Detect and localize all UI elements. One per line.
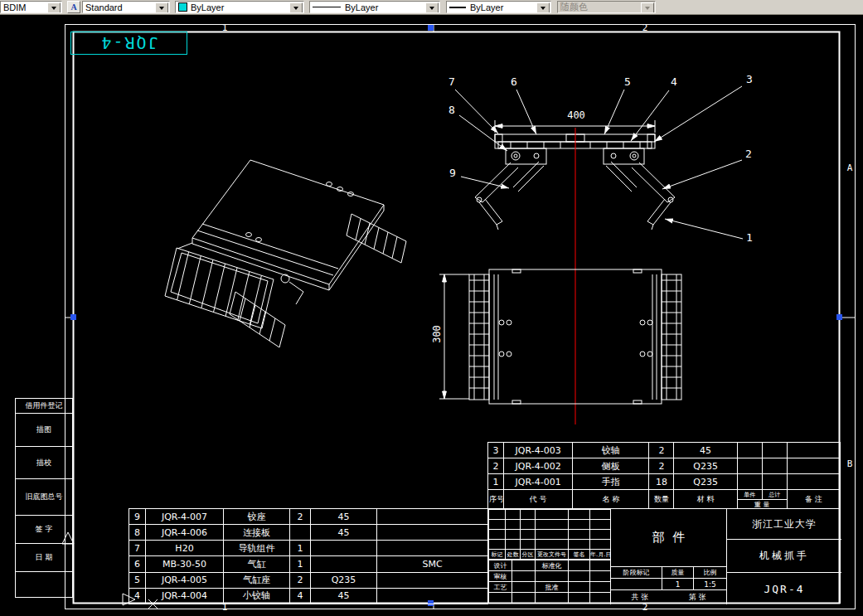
table-cell: MB-30-50 xyxy=(146,556,224,572)
table-cell xyxy=(590,510,611,520)
linetype-value: ByLayer xyxy=(345,2,378,12)
table-cell xyxy=(590,593,611,604)
isometric-view xyxy=(165,160,406,347)
table-cell xyxy=(569,510,590,520)
table-cell: 3 xyxy=(488,443,504,458)
table-row: 2JQR-4-002侧板2Q235 xyxy=(488,458,841,474)
balloon-2: 2 xyxy=(743,148,754,160)
table-cell: 分区 xyxy=(521,550,536,560)
table-cell xyxy=(536,571,569,582)
grip-top[interactable] xyxy=(428,25,434,31)
table-cell: 1 xyxy=(290,541,311,556)
bom-table-right[interactable]: 3JQR-4-003铰轴2452JQR-4-002侧板2Q2351JQR-4-0… xyxy=(487,442,841,509)
table-cell: 手指 xyxy=(573,474,649,490)
scale-label: 比例 xyxy=(694,567,726,578)
table-cell: 气缸 xyxy=(224,556,290,572)
text-style-value: Standard xyxy=(85,2,123,12)
sheet-total: 共 张 xyxy=(611,590,669,604)
table-cell xyxy=(762,474,787,490)
table-cell: 2 xyxy=(290,509,311,525)
dimension-400: 400 xyxy=(563,109,589,121)
zone-label-right-b: B xyxy=(844,458,856,469)
color-combo[interactable]: ByLayer xyxy=(175,1,304,13)
bom-header-code: 代 号 xyxy=(504,490,573,509)
plan-view xyxy=(439,269,681,404)
signature-rows: 设计标准化审核工艺批准 xyxy=(489,560,611,604)
table-cell: 连接板 xyxy=(224,525,290,541)
table-cell xyxy=(377,509,488,525)
stage-value xyxy=(611,579,662,589)
revision-table: 标记处数分区更改文件号签名年.月.日 xyxy=(488,509,611,560)
table-row xyxy=(489,510,611,520)
color-dropdown-icon[interactable] xyxy=(289,2,303,13)
table-cell: 审核 xyxy=(489,571,512,582)
table-cell: 2 xyxy=(290,572,311,588)
sheet-count-row: 共 张 第 张 xyxy=(611,590,726,604)
linetype-combo[interactable]: ByLayer xyxy=(309,1,440,13)
table-cell xyxy=(311,556,377,572)
table-cell xyxy=(512,582,536,593)
dim-style-combo[interactable]: BDIM xyxy=(0,1,62,13)
text-style-dropdown-icon[interactable] xyxy=(155,2,168,13)
table-cell: 更改文件号 xyxy=(536,550,569,560)
table-cell xyxy=(569,593,590,604)
table-cell: 1 xyxy=(290,556,311,572)
table-cell: JQR-4-007 xyxy=(146,509,224,525)
table-cell xyxy=(590,520,611,530)
table-cell xyxy=(521,540,536,550)
table-row: 4JQR-4-004小铰轴445 xyxy=(129,588,488,604)
table-cell xyxy=(737,458,762,474)
table-cell xyxy=(762,458,787,474)
table-cell xyxy=(536,510,569,520)
table-cell: 气缸座 xyxy=(224,572,290,588)
table-row: 设计标准化 xyxy=(489,560,611,571)
table-cell: 9 xyxy=(129,509,146,525)
table-cell: 7 xyxy=(129,541,146,556)
table-cell: 45 xyxy=(311,509,377,525)
bom-table-left[interactable]: 9JQR-4-007铰座2458JQR-4-006连接板457H20导轨组件16… xyxy=(128,508,488,604)
table-cell xyxy=(311,541,377,556)
sheet-corner-label[interactable]: JQR-4 xyxy=(71,32,187,54)
text-style-manager-icon[interactable]: A xyxy=(67,1,80,13)
bom-header-name: 名 称 xyxy=(573,490,649,509)
bom-left-body: 9JQR-4-007铰座2458JQR-4-006连接板457H20导轨组件16… xyxy=(129,509,488,604)
table-row: 审核 xyxy=(489,571,611,582)
border-field-trace: 描图 xyxy=(15,413,73,447)
cad-application-window: BDIM A Standard ByLayer ByLayer ByLayer … xyxy=(0,0,863,616)
text-style-combo[interactable]: Standard xyxy=(82,1,170,13)
part-type-cell: 部件 xyxy=(611,509,726,567)
lineweight-value: ByLayer xyxy=(470,2,503,12)
lineweight-combo[interactable]: ByLayer xyxy=(446,1,551,13)
grip-left[interactable] xyxy=(70,314,76,320)
title-block-right: 浙江工业大学 机械抓手 JQR-4 xyxy=(726,509,841,604)
table-cell: 设计 xyxy=(489,560,512,571)
table-cell: 18 xyxy=(649,474,674,490)
table-cell: 签名 xyxy=(569,550,590,560)
bom-header-weight-label: 重 量 xyxy=(738,500,787,508)
table-cell: H20 xyxy=(146,541,224,556)
lineweight-dropdown-icon[interactable] xyxy=(536,2,550,13)
table-cell: 年.月.日 xyxy=(590,550,611,560)
scale-value: 1:5 xyxy=(694,579,726,589)
dim-style-dropdown-icon[interactable] xyxy=(47,2,61,13)
stage-label: 阶段标记 xyxy=(611,567,662,578)
table-cell: 45 xyxy=(674,443,737,458)
table-cell: 侧板 xyxy=(573,458,649,474)
table-cell xyxy=(512,571,536,582)
table-cell xyxy=(536,540,569,550)
balloon-8: 8 xyxy=(446,104,458,116)
table-cell xyxy=(787,458,840,474)
table-cell xyxy=(590,560,611,571)
linetype-dropdown-icon[interactable] xyxy=(425,2,439,13)
balloon-3: 3 xyxy=(744,73,755,85)
grip-right[interactable] xyxy=(836,314,842,320)
organization-name: 浙江工业大学 xyxy=(727,509,841,540)
table-row: 5JQR-4-005气缸座2Q235 xyxy=(129,572,488,588)
table-cell: 标记 xyxy=(489,550,506,560)
plot-style-combo: 随颜色 xyxy=(557,1,656,13)
table-cell xyxy=(489,593,512,604)
border-field-old-original-no: 旧底图总号 xyxy=(15,478,73,516)
border-field-empty xyxy=(15,571,73,598)
table-cell xyxy=(521,510,536,520)
color-value: ByLayer xyxy=(191,2,224,12)
